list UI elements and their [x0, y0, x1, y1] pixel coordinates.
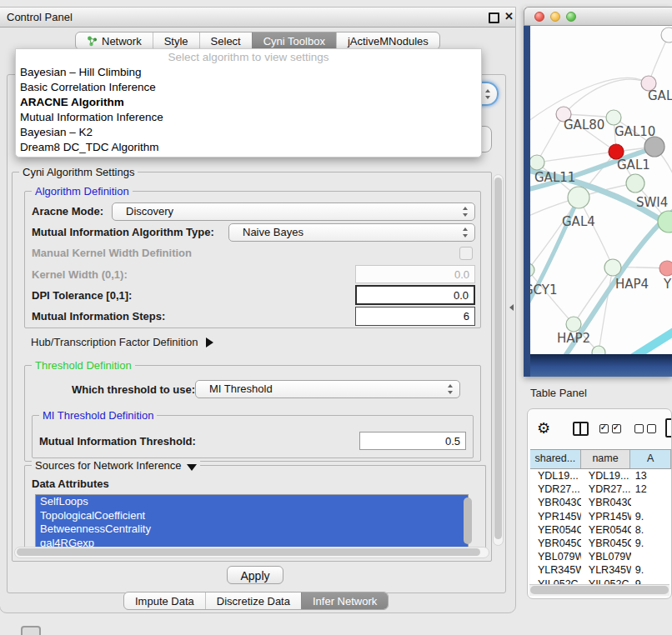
data-attribute-item[interactable]: TopologicalCoefficient [36, 509, 468, 523]
collapsed-arrow-icon [206, 338, 213, 348]
network-node[interactable] [566, 317, 581, 332]
table-cell: YBR045C [530, 537, 581, 550]
kernel-width-field[interactable]: 0.0 [355, 265, 475, 283]
gear-icon[interactable]: ⚙ [537, 419, 550, 438]
algorithm-definition-group: Algorithm Definition Aracne Mode: Discov… [24, 191, 481, 328]
table-cell: YBR045C [581, 537, 631, 550]
node-label: GAL10 [614, 124, 655, 139]
deselect-all-icon[interactable] [634, 424, 656, 433]
data-attributes-list[interactable]: SelfLoopsTopologicalCoefficientBetweenne… [35, 494, 469, 551]
network-node[interactable] [530, 263, 534, 277]
float-window-icon[interactable] [489, 12, 499, 23]
hub-expander[interactable]: Hub/Transcription Factor Definition [31, 334, 213, 349]
table-row[interactable]: YLR345WYLR345W9. [530, 563, 671, 577]
apply-button[interactable]: Apply [227, 566, 283, 584]
aracne-mode-select[interactable]: Discovery [112, 202, 475, 221]
table-row[interactable]: YDR27...YDR27...12 [530, 482, 671, 496]
column-header[interactable]: shared... [530, 450, 581, 468]
table-row[interactable]: YBR043CYBR043C [530, 496, 671, 509]
column-header[interactable]: name [581, 450, 631, 468]
document-icon[interactable] [665, 418, 672, 438]
algorithm-option[interactable]: Mutual Information Inference [16, 110, 481, 125]
network-node[interactable] [626, 174, 644, 192]
column-header[interactable]: A [630, 450, 671, 468]
data-attribute-item[interactable]: SelfLoops [36, 495, 468, 509]
tab-select[interactable]: Select [199, 32, 252, 49]
control-panel-tabbar: NetworkStyleSelectCyni ToolboxjActiveMNo… [75, 32, 440, 50]
which-threshold-select[interactable]: MI Threshold [195, 380, 460, 398]
cyni-bottom-tabbar: Impute DataDiscretize DataInfer Network [123, 592, 389, 610]
algorithm-option[interactable]: Bayesian – K2 [16, 125, 481, 140]
control-panel-titlebar[interactable]: Control Panel ✕ [0, 8, 515, 28]
tab-label: Style [164, 35, 188, 48]
table-row[interactable]: YER054CYER054C8. [530, 523, 671, 537]
data-attribute-item[interactable]: BetweennessCentrality [36, 522, 468, 537]
desktop: Control Panel ✕ NetworkStyleSelectCyni T… [0, 0, 672, 635]
mi-threshold-field[interactable]: 0.5 [359, 432, 466, 450]
network-node[interactable] [604, 259, 621, 276]
tab-jactivemnodules[interactable]: jActiveMNodules [336, 32, 439, 49]
mi-steps-field[interactable]: 6 [355, 307, 475, 326]
settings-vertical-scrollbar[interactable] [493, 174, 504, 546]
tab-cyni-toolbox[interactable]: Cyni Toolbox [252, 32, 336, 49]
table-cell: YDR27... [530, 482, 581, 496]
network-window-titlebar[interactable] [524, 7, 672, 26]
close-traffic-light-icon[interactable] [534, 12, 544, 22]
table-row[interactable]: YDL19...YDL19...13 [530, 469, 671, 482]
tab-label: Network [102, 35, 142, 48]
split-view-icon[interactable] [573, 422, 589, 436]
network-node[interactable] [644, 137, 664, 157]
zoom-traffic-light-icon[interactable] [566, 12, 576, 22]
network-node[interactable] [530, 155, 544, 170]
table-row[interactable]: YPR145WYPR145W9. [530, 510, 671, 523]
network-canvas[interactable]: GALGAL80GAL10GAL1GAL11SWI4GAL4GCY1HAP4YH… [530, 26, 672, 354]
manual-kernel-checkbox[interactable] [459, 247, 473, 260]
tab-discretize-data[interactable]: Discretize Data [205, 592, 301, 609]
algorithm-option[interactable]: Basic Correlation Inference [16, 80, 481, 95]
settings-horizontal-scrollbar[interactable] [14, 547, 489, 558]
network-node[interactable] [568, 187, 589, 208]
select-all-icon[interactable] [599, 424, 621, 433]
network-node[interactable] [659, 261, 672, 276]
which-threshold-label: Which threshold to use: [72, 383, 195, 396]
minimize-traffic-light-icon[interactable] [550, 12, 560, 22]
close-icon[interactable]: ✕ [504, 10, 514, 22]
table-cell: YBR043C [581, 496, 631, 509]
network-node[interactable] [661, 28, 672, 42]
algorithm-option[interactable]: Dream8 DC_TDC Algorithm [16, 140, 481, 155]
network-node[interactable] [592, 346, 605, 354]
algorithm-dropdown-items: Bayesian – Hill ClimbingBasic Correlatio… [16, 65, 481, 155]
manual-kernel-label: Manual Kernel Width Definition [32, 247, 192, 259]
table-cell: YBL079W [530, 550, 581, 563]
algorithm-option[interactable]: ARACNE Algorithm [16, 95, 481, 110]
split-pane-grip-icon[interactable] [509, 304, 514, 311]
cyni-algorithm-settings-group: Cyni Algorithm Settings Algorithm Defini… [12, 172, 492, 562]
table-row[interactable]: YBR045CYBR045C9. [530, 537, 671, 550]
which-threshold-value: MI Threshold [209, 382, 273, 395]
tab-network[interactable]: Network [76, 32, 153, 49]
aracne-mode-label: Aracne Mode: [32, 205, 103, 218]
tab-label: Impute Data [135, 595, 194, 608]
mi-type-select[interactable]: Naive Bayes [228, 223, 475, 242]
table-row[interactable]: YBL079WYBL079W [530, 550, 671, 563]
list-scrollbar-thumb[interactable] [464, 498, 472, 544]
tab-infer-network[interactable]: Infer Network [301, 592, 388, 609]
algorithm-dropdown: Select algorithm to view settings Bayesi… [15, 48, 482, 158]
algorithm-option[interactable]: Bayesian – Hill Climbing [16, 65, 481, 80]
network-node[interactable] [658, 211, 672, 232]
node-label: SWI4 [636, 195, 668, 210]
dpi-tolerance-field[interactable]: 0.0 [355, 285, 475, 305]
tab-style[interactable]: Style [153, 32, 199, 49]
tab-impute-data[interactable]: Impute Data [124, 592, 205, 609]
network-node[interactable] [606, 110, 621, 125]
mi-threshold-group-title: MI Threshold Definition [39, 409, 157, 422]
table-cell: YER054C [581, 523, 631, 537]
sources-group: Sources for Network Inference Data Attri… [24, 465, 486, 552]
network-icon [87, 36, 98, 47]
combo-spinner-icon [463, 228, 469, 238]
table-header-row: shared...nameA [530, 449, 671, 469]
minimized-panel-icon[interactable] [21, 626, 41, 635]
table-horizontal-scrollbar[interactable] [529, 584, 669, 596]
sources-title[interactable]: Sources for Network Inference [32, 459, 200, 472]
node-label: GAL [648, 88, 672, 103]
